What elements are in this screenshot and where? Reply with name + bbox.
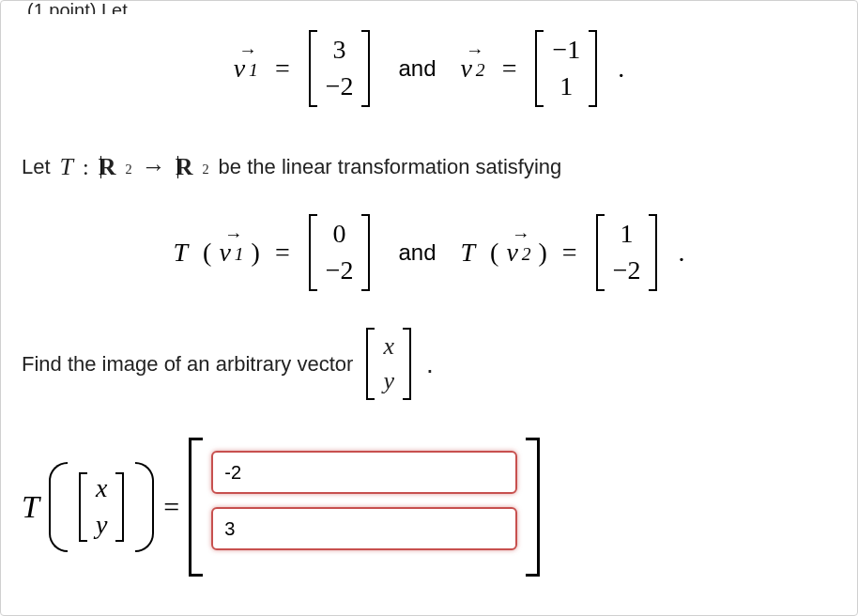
- vec-v1: v→1: [234, 54, 260, 84]
- find-image-line: Find the image of an arbitrary vector x …: [22, 328, 836, 400]
- answer-input-top[interactable]: [211, 451, 517, 494]
- equation-Tv: T( v→1 ) = 0 −2 and T( v→2 ) = 1 −2: [22, 206, 836, 300]
- paren-close: [137, 462, 154, 552]
- matrix-v2: −1 1: [531, 30, 601, 107]
- answer-equation: T x y =: [22, 438, 836, 577]
- vec-v2-b: v→2: [506, 238, 532, 268]
- blackboard-R-2: R: [176, 153, 193, 181]
- matrix-xy-arg: x y: [75, 472, 128, 542]
- paren-open: [49, 462, 66, 552]
- answer-matrix: [189, 438, 540, 577]
- blackboard-R-1: R: [99, 153, 116, 181]
- matrix-Tv1: 0 −2: [305, 214, 375, 291]
- let-T-line: Let T : R2 → R2 be the linear transforma…: [22, 144, 836, 191]
- equation-vectors: v→1 = 3 −2 and v→2 = −1 1 .: [22, 22, 836, 116]
- matrix-xy-inline: x y: [362, 328, 415, 400]
- answer-input-bottom[interactable]: [211, 507, 517, 550]
- vec-v1-b: v→1: [219, 238, 245, 268]
- vec-v2: v→2: [461, 54, 487, 84]
- matrix-v1: 3 −2: [305, 30, 375, 107]
- cutoff-header: (1 point) Let: [27, 1, 836, 14]
- matrix-Tv2: 1 −2: [592, 214, 662, 291]
- and-text-1: and: [398, 55, 436, 82]
- and-text-2: and: [398, 239, 436, 266]
